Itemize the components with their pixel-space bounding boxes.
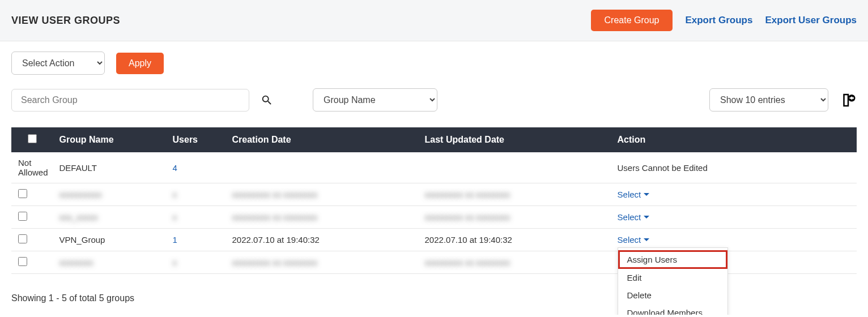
table-row: xxxxxxxxxxxxxxxxxx xx xxxxxxxxxxxxxxxxx …: [11, 251, 857, 274]
cell-last-updated: [419, 152, 612, 183]
table-header-row: Group Name Users Creation Date Last Upda…: [11, 127, 857, 152]
apply-button[interactable]: Apply: [116, 53, 164, 74]
users-count-link[interactable]: x: [173, 212, 177, 222]
col-action: Action: [612, 127, 857, 152]
users-count-link[interactable]: x: [173, 190, 177, 199]
show-entries-dropdown[interactable]: Show 10 entries: [709, 88, 828, 112]
col-group-name: Group Name: [54, 127, 167, 152]
create-group-button[interactable]: Create Group: [591, 10, 673, 31]
select-action-dropdown[interactable]: Select Action: [11, 52, 105, 75]
row-checkbox-disabled: Not Allowed: [11, 152, 54, 183]
cell-group-name: xxx_xxxxx: [54, 206, 167, 229]
cell-creation-date: xxxxxxxxx xx xxxxxxxx: [227, 206, 419, 229]
row-checkbox[interactable]: [18, 212, 27, 221]
cell-group-name: xxxxxxxxxx: [54, 183, 167, 206]
menu-item-edit[interactable]: Edit: [618, 269, 727, 286]
export-groups-link[interactable]: Export Groups: [685, 15, 752, 26]
cell-action: SelectAssign UsersEditDeleteDownload Mem…: [612, 229, 857, 251]
action-select-dropdown[interactable]: Select: [618, 235, 650, 245]
users-count-link[interactable]: 4: [173, 163, 177, 173]
table-wrap: Group Name Users Creation Date Last Upda…: [0, 112, 868, 274]
menu-item-assign-users[interactable]: Assign Users: [618, 250, 727, 269]
cell-last-updated: xxxxxxxxx xx xxxxxxxx: [419, 251, 612, 274]
row-checkbox[interactable]: [18, 234, 27, 243]
controls-row-2: Group Name Show 10 entries: [11, 88, 857, 112]
row-checkbox[interactable]: [18, 189, 27, 198]
cell-creation-date: 2022.07.10 at 19:40:32: [227, 229, 419, 251]
search-group-input[interactable]: [11, 89, 249, 112]
menu-item-delete[interactable]: Delete: [618, 286, 727, 304]
action-select-dropdown[interactable]: Select: [618, 212, 650, 222]
add-column-icon[interactable]: [840, 92, 857, 109]
cell-creation-date: [227, 152, 419, 183]
cell-action: Select: [612, 206, 857, 229]
action-dropdown-menu: Assign UsersEditDeleteDownload Members: [618, 247, 728, 315]
controls: Select Action Apply Group Name Show 10 e…: [0, 41, 868, 112]
cell-creation-date: xxxxxxxxx xx xxxxxxxx: [227, 251, 419, 274]
cell-last-updated: 2022.07.10 at 19:40:32: [419, 229, 612, 251]
cell-last-updated: xxxxxxxxx xx xxxxxxxx: [419, 206, 612, 229]
table-row: xxxxxxxxxxxxxxxxxxxx xx xxxxxxxxxxxxxxxx…: [11, 183, 857, 206]
cell-group-name: VPN_Group: [54, 229, 167, 251]
group-name-filter-dropdown[interactable]: Group Name: [313, 88, 437, 112]
cell-group-name: xxxxxxxx: [54, 251, 167, 274]
table-row: VPN_Group12022.07.10 at 19:40:322022.07.…: [11, 229, 857, 251]
select-all-checkbox[interactable]: [28, 134, 37, 143]
cell-creation-date: xxxxxxxxx xx xxxxxxxx: [227, 183, 419, 206]
search-icon[interactable]: [261, 94, 273, 106]
col-users: Users: [167, 127, 227, 152]
cell-group-name: DEFAULT: [54, 152, 167, 183]
users-count-link[interactable]: x: [173, 258, 177, 267]
table-row: xxx_xxxxxxxxxxxxxxx xx xxxxxxxxxxxxxxxxx…: [11, 206, 857, 229]
users-count-link[interactable]: 1: [173, 235, 177, 245]
cell-action: Users Cannot be Edited: [612, 152, 857, 183]
header-actions: Create Group Export Groups Export User G…: [591, 10, 857, 31]
table-row: Not AllowedDEFAULT4Users Cannot be Edite…: [11, 152, 857, 183]
header-bar: VIEW USER GROUPS Create Group Export Gro…: [0, 0, 868, 41]
col-creation-date: Creation Date: [227, 127, 419, 152]
groups-table: Group Name Users Creation Date Last Upda…: [11, 127, 857, 274]
col-last-updated: Last Updated Date: [419, 127, 612, 152]
controls-row-1: Select Action Apply: [11, 52, 857, 75]
row-checkbox[interactable]: [18, 257, 27, 266]
page-title: VIEW USER GROUPS: [11, 15, 120, 27]
action-select-dropdown[interactable]: Select: [618, 190, 650, 199]
table-summary: Showing 1 - 5 of total 5 groups: [0, 274, 868, 315]
cell-last-updated: xxxxxxxxx xx xxxxxxxx: [419, 183, 612, 206]
menu-item-download-members[interactable]: Download Members: [618, 304, 727, 315]
export-user-groups-link[interactable]: Export User Groups: [765, 15, 857, 26]
cell-action: Select: [612, 183, 857, 206]
